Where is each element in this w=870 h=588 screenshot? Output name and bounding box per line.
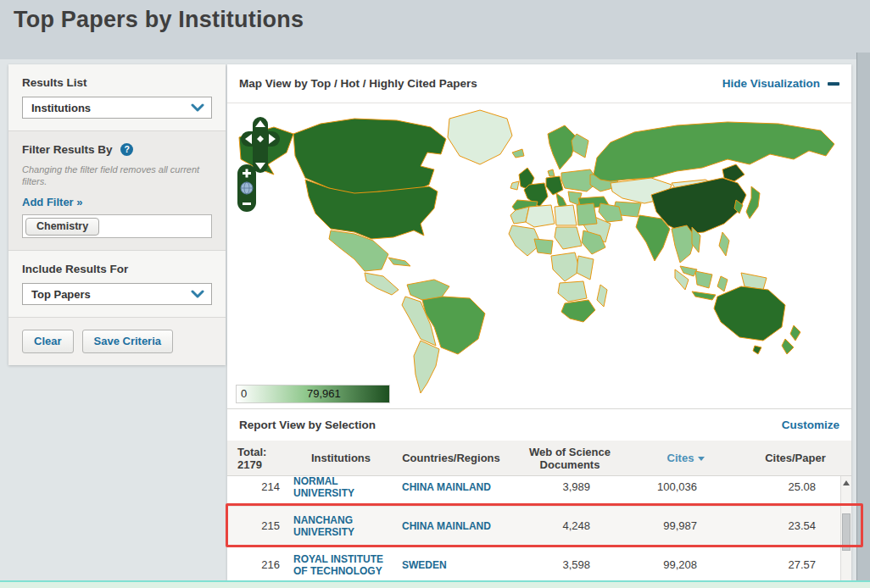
table-row[interactable]: 214 NORMAL UNIVERSITY CHINA MAINLAND 3,9…	[227, 476, 851, 507]
country-label: SWEDEN	[395, 559, 507, 571]
zoom-out-icon[interactable]	[243, 202, 251, 205]
country-label: CHINA MAINLAND	[395, 520, 507, 532]
country-label: CHINA MAINLAND	[395, 481, 507, 493]
sort-descending-icon	[698, 457, 705, 461]
customize-link[interactable]: Customize	[782, 419, 839, 431]
table-row[interactable]: 216 ROYAL INSTITUTE OF TECHNOLOGY SWEDEN…	[227, 546, 851, 581]
scroll-up-icon[interactable]	[841, 476, 851, 490]
include-results-section: Include Results For Top Papers	[8, 251, 226, 318]
help-icon[interactable]: ?	[120, 143, 133, 156]
page-title: Top Papers by Institutions	[14, 7, 304, 33]
scrollbar-thumb[interactable]	[842, 513, 850, 551]
table-rows: 214 NORMAL UNIVERSITY CHINA MAINLAND 3,9…	[227, 476, 851, 581]
cites-per-paper-value: 23.54	[739, 519, 851, 532]
cites-value: 99,987	[633, 519, 739, 532]
documents-value: 3,598	[507, 558, 633, 571]
cites-per-paper-value: 27.57	[739, 558, 851, 571]
map-view-title: Map View by Top / Hot / Highly Cited Pap…	[239, 77, 477, 90]
chevron-down-icon	[191, 103, 204, 112]
map-region-egypt[interactable]	[577, 203, 597, 225]
world-map: 0 79,961	[227, 103, 851, 408]
results-list-value: Institutions	[31, 102, 91, 114]
map-region-libya[interactable]	[555, 205, 577, 225]
report-view-title: Report View by Selection	[239, 419, 376, 431]
cites-value: 100,036	[633, 480, 739, 493]
documents-value: 4,248	[507, 519, 633, 532]
column-institutions[interactable]: Institutions	[287, 452, 395, 464]
institution-link[interactable]: ROYAL INSTITUTE OF TECHNOLOGY	[287, 553, 395, 577]
results-list-section: Results List Institutions	[8, 64, 226, 131]
add-filter-link[interactable]: Add Filter »	[22, 196, 83, 208]
cites-per-paper-value: 25.08	[739, 480, 851, 493]
hide-visualization-link[interactable]: Hide Visualization	[722, 77, 839, 90]
legend-max-value: 79,961	[307, 387, 341, 400]
clear-button[interactable]: Clear	[22, 330, 74, 353]
cites-value: 99,208	[633, 558, 739, 571]
map-region-denmark[interactable]	[548, 169, 555, 176]
table-row[interactable]: 215 NANCHANG UNIVERSITY CHINA MAINLAND 4…	[227, 507, 851, 546]
institution-link[interactable]: NANCHANG UNIVERSITY	[287, 514, 395, 538]
filter-results-label: Filter Results By	[22, 143, 113, 156]
row-rank: 215	[227, 519, 287, 532]
choropleth-map	[227, 103, 851, 408]
row-rank: 214	[227, 480, 287, 493]
legend-min-value: 0	[241, 387, 247, 400]
actions-section: Clear Save Criteria	[8, 318, 226, 365]
filter-note: Changing the filter field removes all cu…	[22, 164, 200, 187]
page: Top Papers by Institutions Results List …	[0, 0, 870, 588]
include-results-dropdown[interactable]: Top Papers	[22, 283, 212, 305]
documents-value: 3,989	[507, 480, 633, 493]
results-list-dropdown[interactable]: Institutions	[22, 97, 212, 119]
minus-icon	[828, 82, 839, 86]
main-panel: Map View by Top / Hot / Highly Cited Pap…	[227, 64, 851, 581]
map-view-header: Map View by Top / Hot / Highly Cited Pap…	[227, 64, 851, 103]
report-view-header: Report View by Selection Customize	[227, 408, 851, 441]
institution-link[interactable]: NORMAL UNIVERSITY	[287, 476, 395, 499]
map-zoom-control[interactable]	[237, 164, 256, 212]
row-rank: 216	[227, 558, 287, 571]
save-criteria-button[interactable]: Save Criteria	[82, 330, 174, 353]
sidebar: Results List Institutions Filter Results…	[8, 64, 226, 365]
bottom-edge-strip	[0, 580, 870, 588]
total-count: Total: 2179	[227, 446, 287, 471]
active-filters-box: Chemistry	[22, 214, 212, 238]
results-list-label: Results List	[22, 76, 212, 89]
map-region-algeria[interactable]	[526, 205, 555, 227]
include-results-value: Top Papers	[31, 288, 91, 301]
table-header: Total: 2179 Institutions Countries/Regio…	[227, 441, 851, 476]
chemistry-filter-chip[interactable]: Chemistry	[25, 218, 99, 236]
include-results-label: Include Results For	[22, 263, 212, 275]
map-legend: 0 79,961	[236, 385, 390, 403]
chevron-down-icon	[191, 290, 204, 298]
column-cites-sorted[interactable]: Cites	[633, 452, 739, 464]
table-scrollbar[interactable]	[840, 476, 851, 581]
column-documents[interactable]: Web of Science Documents	[507, 446, 633, 471]
table-body: 214 NORMAL UNIVERSITY CHINA MAINLAND 3,9…	[227, 476, 851, 581]
filter-section: Filter Results By ? Changing the filter …	[8, 131, 226, 251]
column-countries[interactable]: Countries/Regions	[395, 452, 507, 464]
browser-scrollbar[interactable]	[856, 53, 870, 581]
column-cites-per-paper[interactable]: Cites/Paper	[739, 452, 851, 464]
